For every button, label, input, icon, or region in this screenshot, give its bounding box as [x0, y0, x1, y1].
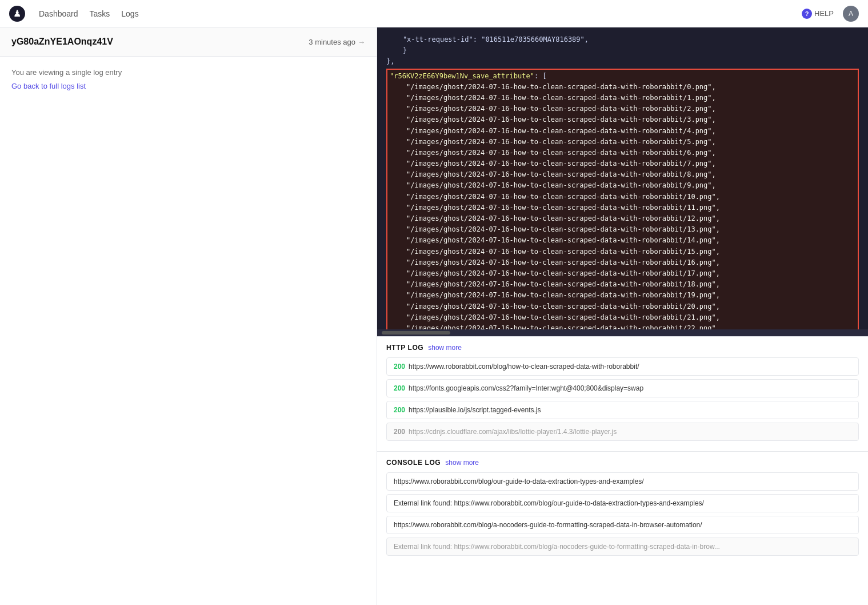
- console-log-section: CONSOLE LOG show more https://www.robora…: [377, 451, 868, 566]
- http-log-entry: 200https://www.roborabbit.com/blog/how-t…: [386, 357, 859, 376]
- http-status: 200: [394, 406, 405, 414]
- http-log-section: HTTP LOG show more 200https://www.robora…: [377, 336, 868, 451]
- help-button[interactable]: ? HELP: [802, 9, 834, 19]
- console-log-entry: External link found: https://www.roborab…: [386, 538, 859, 556]
- http-url: https://plausible.io/js/script.tagged-ev…: [409, 406, 541, 414]
- http-log-entry: 200https://cdnjs.cloudflare.com/ajax/lib…: [386, 423, 859, 441]
- http-log-show-more[interactable]: show more: [428, 344, 462, 352]
- left-panel: yG80aZnYE1AOnqz41V 3 minutes ago → You a…: [0, 27, 377, 605]
- log-id: yG80aZnYE1AOnqz41V: [11, 37, 113, 47]
- http-log-title: HTTP LOG: [386, 344, 423, 352]
- nav-right: ? HELP A: [802, 6, 859, 22]
- code-scrollbar-thumb: [382, 331, 450, 335]
- code-scrollbar[interactable]: [377, 329, 868, 336]
- console-log-show-more[interactable]: show more: [445, 459, 479, 467]
- logo-icon: [9, 6, 25, 22]
- http-url: https://fonts.googleapis.com/css2?family…: [409, 384, 643, 392]
- help-label: HELP: [814, 9, 834, 18]
- right-panel: "x-tt-request-id": "016511e7035660MAY816…: [377, 27, 868, 605]
- http-url: https://cdnjs.cloudflare.com/ajax/libs/l…: [409, 428, 617, 436]
- navbar: Dashboard Tasks Logs ? HELP A: [0, 0, 868, 27]
- code-area[interactable]: "x-tt-request-id": "016511e7035660MAY816…: [377, 27, 868, 329]
- nav-dashboard[interactable]: Dashboard: [39, 9, 78, 18]
- http-url: https://www.roborabbit.com/blog/how-to-c…: [409, 363, 639, 371]
- log-header: yG80aZnYE1AOnqz41V 3 minutes ago →: [0, 27, 377, 57]
- code-wrapper: "x-tt-request-id": "016511e7035660MAY816…: [377, 27, 868, 336]
- console-log-header: CONSOLE LOG show more: [386, 459, 859, 467]
- nav-tasks[interactable]: Tasks: [90, 9, 110, 18]
- http-status: 200: [394, 428, 405, 436]
- log-time-text: 3 minutes ago: [309, 38, 355, 46]
- logs-wrapper: HTTP LOG show more 200https://www.robora…: [377, 336, 868, 605]
- http-log-header: HTTP LOG show more: [386, 344, 859, 352]
- help-icon: ?: [802, 9, 812, 19]
- http-log-entry: 200https://plausible.io/js/script.tagged…: [386, 401, 859, 419]
- avatar[interactable]: A: [843, 6, 859, 22]
- http-status: 200: [394, 363, 405, 371]
- console-log-entry: https://www.roborabbit.com/blog/a-nocode…: [386, 516, 859, 534]
- log-info-text: You are viewing a single log entry: [11, 68, 365, 77]
- log-time-arrow-icon: →: [358, 38, 365, 46]
- console-log-title: CONSOLE LOG: [386, 459, 441, 467]
- log-info: You are viewing a single log entry Go ba…: [0, 57, 377, 102]
- nav-logs[interactable]: Logs: [121, 9, 138, 18]
- http-status: 200: [394, 384, 405, 392]
- console-log-entry: External link found: https://www.roborab…: [386, 494, 859, 512]
- go-back-link[interactable]: Go back to full logs list: [11, 82, 86, 90]
- console-log-entries: https://www.roborabbit.com/blog/our-guid…: [386, 472, 859, 556]
- main-layout: yG80aZnYE1AOnqz41V 3 minutes ago → You a…: [0, 27, 868, 605]
- nav-links: Dashboard Tasks Logs: [39, 9, 139, 18]
- console-log-entry: https://www.roborabbit.com/blog/our-guid…: [386, 472, 859, 491]
- http-log-entry: 200https://fonts.googleapis.com/css2?fam…: [386, 379, 859, 397]
- log-time: 3 minutes ago →: [309, 38, 365, 46]
- http-log-entries: 200https://www.roborabbit.com/blog/how-t…: [386, 357, 859, 441]
